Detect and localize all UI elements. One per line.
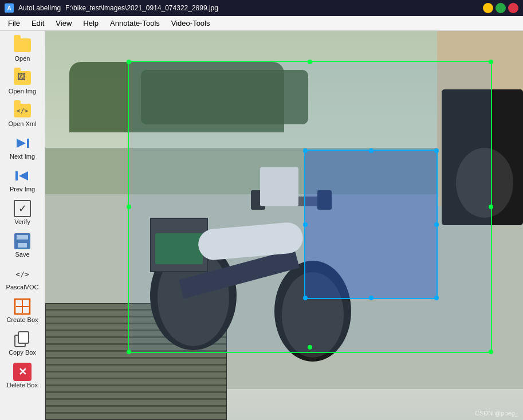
bike-head: [260, 167, 298, 206]
handlebar-right-grip: [317, 190, 332, 210]
basket-item: [155, 233, 203, 264]
moto-wheel: [456, 148, 513, 218]
front-wheel-inner: [282, 272, 344, 358]
close-button[interactable]: [508, 3, 518, 13]
svg-rect-3: [15, 171, 18, 180]
open-xml-button[interactable]: </> Open Xml: [2, 99, 42, 130]
open-xml-icon: </>: [13, 101, 32, 120]
copy-box-button[interactable]: Copy Box: [2, 327, 42, 359]
prev-img-button[interactable]: Prev Img: [2, 164, 42, 195]
menu-file[interactable]: File: [2, 18, 26, 29]
window-controls: [483, 3, 518, 13]
svg-rect-8: [18, 332, 29, 343]
minimize-button[interactable]: [483, 3, 493, 13]
next-img-button[interactable]: Next Img: [2, 131, 42, 163]
create-box-label: Create Box: [6, 316, 38, 323]
image-background: [45, 31, 523, 420]
next-img-label: Next Img: [10, 153, 35, 160]
menu-edit[interactable]: Edit: [26, 18, 50, 29]
verify-label: Verify: [14, 218, 30, 225]
open-img-label: Open Img: [9, 88, 36, 95]
open-folder-icon: [13, 36, 32, 54]
prev-img-label: Prev Img: [10, 186, 35, 193]
title-bar: A AutoLabelImg F:\bike_test\images\2021_…: [0, 0, 523, 16]
bush-mid: [141, 70, 308, 124]
save-button[interactable]: Save: [2, 229, 42, 261]
open-label: Open: [15, 55, 30, 62]
main-layout: Open 🖼 Open Img </> Open Xml: [0, 31, 523, 420]
menu-annotate-tools[interactable]: Annotate-Tools: [104, 18, 166, 29]
menu-help[interactable]: Help: [77, 18, 104, 29]
save-icon: [13, 232, 32, 250]
delete-box-icon: ✕: [13, 363, 32, 381]
sidebar: Open 🖼 Open Img </> Open Xml: [0, 31, 45, 420]
menu-bar: File Edit View Help Annotate-Tools Video…: [0, 16, 523, 31]
svg-rect-1: [27, 139, 29, 148]
open-img-button[interactable]: 🖼 Open Img: [2, 66, 42, 97]
open-button[interactable]: Open: [2, 33, 42, 65]
verify-icon: ✓: [13, 199, 32, 218]
next-img-icon: [13, 134, 32, 152]
menu-view[interactable]: View: [50, 18, 77, 29]
create-box-button[interactable]: Create Box: [2, 295, 42, 326]
prev-img-icon: [13, 167, 32, 185]
open-img-icon: 🖼: [13, 69, 32, 87]
verify-button[interactable]: ✓ Verify: [2, 197, 42, 228]
pascalvoc-icon: </>: [13, 265, 32, 283]
maximize-button[interactable]: [496, 3, 506, 13]
file-path: F:\bike_test\images\2021_0914_074322_289…: [65, 4, 218, 12]
app-icon: A: [5, 3, 14, 13]
save-label: Save: [15, 251, 29, 258]
copy-box-icon: [13, 330, 32, 348]
menu-video-tools[interactable]: Video-Tools: [166, 18, 216, 29]
pascalvoc-label: PascalVOC: [6, 284, 39, 291]
watermark: CSDN @poeg_: [475, 410, 518, 417]
pascalvoc-button[interactable]: </> PascalVOC: [2, 262, 42, 293]
copy-box-label: Copy Box: [9, 349, 36, 356]
canvas-area[interactable]: CSDN @poeg_: [45, 31, 523, 420]
delete-box-button[interactable]: ✕ Delete Box: [2, 360, 42, 391]
delete-box-label: Delete Box: [7, 382, 38, 388]
svg-marker-2: [19, 171, 28, 180]
open-xml-label: Open Xml: [9, 120, 37, 127]
svg-marker-0: [17, 139, 26, 148]
create-box-icon: [13, 297, 32, 316]
app-name: AutoLabelImg: [18, 4, 61, 12]
